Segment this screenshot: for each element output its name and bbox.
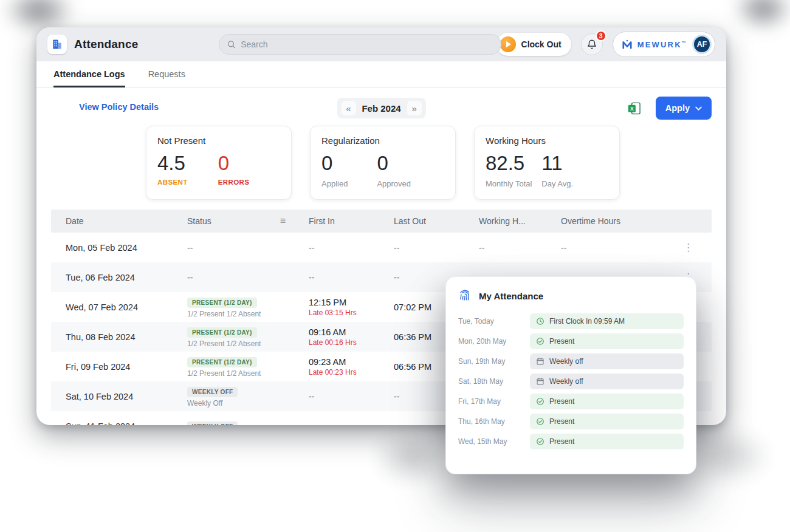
clock-out-icon	[500, 36, 516, 52]
my-attendance-title: My Attendance	[479, 291, 543, 301]
status-filter-icon[interactable]: ≡	[280, 216, 286, 227]
tab-attendance-logs[interactable]: Attendance Logs	[53, 61, 125, 87]
late-label: Late 00:16 Hrs	[309, 338, 394, 347]
notification-count-badge: 3	[596, 30, 606, 41]
first-in-cell: 12:15 PM Late 03:15 Hrs	[309, 298, 394, 317]
excel-icon: X	[627, 101, 641, 115]
absent-value: 4.5	[157, 152, 188, 174]
late-label: Late 00:23 Hrs	[309, 368, 394, 377]
notifications-button[interactable]: 3	[581, 33, 603, 55]
approved-value: 0	[377, 152, 411, 174]
stage: Attendance Clock Out 3	[0, 0, 790, 532]
list-item: Sat, 18th May Weekly off	[458, 373, 684, 389]
fingerprint-icon	[458, 289, 472, 302]
clock-icon	[536, 317, 544, 326]
card-title: Not Present	[157, 135, 280, 146]
present-pill: Present	[530, 394, 684, 409]
month-label: Feb 2024	[362, 103, 400, 114]
calendar-icon	[536, 357, 544, 366]
status-cell: WEEKLY OFF	[187, 420, 309, 425]
app-header: Attendance Clock Out 3	[36, 27, 726, 61]
attendance-app-icon	[47, 35, 67, 54]
present-pill: Present	[530, 434, 684, 449]
chevron-down-icon	[695, 106, 702, 111]
monthly-total-value: 82.5	[486, 152, 532, 174]
shadow-blob	[372, 429, 451, 485]
my-attendance-panel: My Attendance Tue, Today First Clock In …	[445, 276, 696, 474]
calendar-icon	[536, 377, 544, 386]
svg-text:X: X	[630, 105, 634, 111]
apply-button[interactable]: Apply	[656, 97, 712, 120]
status-badge: PRESENT (1/2 DAY)	[187, 357, 257, 367]
col-header-last-out: Last Out	[394, 216, 479, 226]
weekly-off-pill: Weekly off	[530, 373, 684, 389]
check-circle-icon	[536, 397, 544, 406]
header-right-cluster: Clock Out 3 MEWURK™ AF	[496, 32, 715, 57]
present-pill: Present	[530, 414, 684, 429]
toolbar-right: X Apply	[627, 97, 712, 120]
applied-value: 0	[321, 152, 348, 174]
day-avg-value: 11	[541, 152, 573, 174]
weekly-off-pill: Weekly off	[530, 353, 684, 369]
table-row: Mon, 05 Feb 2024 -- -- -- -- -- ⋮	[51, 233, 712, 262]
tab-requests[interactable]: Requests	[148, 61, 185, 87]
clock-out-label: Clock Out	[521, 39, 562, 49]
tab-bar: Attendance Logs Requests	[36, 61, 726, 88]
check-circle-icon	[536, 337, 544, 346]
first-in-cell: 09:16 AM Late 00:16 Hrs	[309, 327, 394, 347]
brand-name: MEWURK™	[637, 40, 687, 49]
col-header-date: Date	[66, 216, 187, 226]
summary-cards: Not Present 4.5 ABSENT 0 ERRORS Regulari…	[146, 126, 712, 200]
list-item: Wed, 15th May Present	[458, 434, 684, 449]
avatar[interactable]: AF	[692, 35, 712, 54]
col-header-status: Status ≡	[187, 216, 309, 227]
present-pill: Present	[530, 333, 684, 349]
list-item: Sun, 19th May Weekly off	[458, 353, 684, 369]
status-cell: WEEKLY OFF Weekly Off	[187, 386, 309, 408]
view-policy-details-link[interactable]: View Policy Details	[79, 102, 159, 112]
list-item: Thu, 16th May Present	[458, 414, 684, 429]
status-badge: PRESENT (1/2 DAY)	[187, 327, 257, 338]
first-clock-in-pill: First Clock In 09:59 AM	[530, 313, 684, 329]
mewurk-logo-icon	[622, 39, 633, 49]
status-badge: WEEKLY OFF	[187, 387, 238, 397]
search-input[interactable]	[241, 39, 493, 49]
next-month-button[interactable]: »	[407, 101, 422, 115]
card-title: Working Hours	[486, 135, 608, 146]
day-avg-label: Day Avg.	[541, 179, 573, 188]
errors-label: ERRORS	[218, 179, 250, 186]
brand-account-pill: MEWURK™ AF	[613, 32, 715, 57]
absent-label: ABSENT	[157, 179, 188, 186]
card-title: Regularization	[321, 135, 444, 146]
bell-icon	[586, 39, 597, 50]
my-attendance-list: Tue, Today First Clock In 09:59 AM Mon, …	[458, 313, 684, 449]
my-attendance-header: My Attendance	[458, 289, 684, 302]
not-present-card: Not Present 4.5 ABSENT 0 ERRORS	[146, 126, 292, 200]
list-item: Mon, 20th May Present	[458, 333, 684, 349]
prev-month-button[interactable]: «	[341, 101, 355, 115]
status-badge: PRESENT (1/2 DAY)	[187, 298, 257, 308]
list-item: Tue, Today First Clock In 09:59 AM	[458, 313, 684, 329]
col-header-overtime-hours: Overtime Hours	[561, 216, 670, 226]
approved-label: Approved	[377, 179, 411, 188]
list-item: Fri, 17th May Present	[458, 394, 684, 409]
regularization-card: Regularization 0 Applied 0 Approved	[310, 126, 456, 200]
status-cell: PRESENT (1/2 DAY) 1/2 Present 1/2 Absent	[187, 296, 309, 318]
working-hours-card: Working Hours 82.5 Monthly Total 11 Day …	[474, 126, 620, 200]
late-label: Late 03:15 Hrs	[309, 309, 394, 317]
page-title: Attendance	[74, 38, 138, 51]
applied-label: Applied	[321, 179, 348, 188]
apply-label: Apply	[665, 103, 690, 113]
col-header-working-hours: Working H...	[479, 216, 561, 226]
building-icon	[51, 38, 63, 50]
clock-out-button[interactable]: Clock Out	[496, 33, 571, 56]
errors-value: 0	[218, 152, 250, 174]
row-kebab-menu-icon[interactable]: ⋮	[683, 242, 712, 253]
table-header-row: Date Status ≡ First In Last Out Working …	[51, 210, 712, 233]
check-circle-icon	[536, 417, 544, 426]
status-cell: PRESENT (1/2 DAY) 1/2 Present 1/2 Absent	[187, 356, 309, 378]
search-bar[interactable]	[219, 34, 501, 55]
search-icon	[227, 39, 236, 49]
export-excel-button[interactable]: X	[627, 101, 641, 115]
month-navigator: « Feb 2024 »	[337, 98, 425, 118]
